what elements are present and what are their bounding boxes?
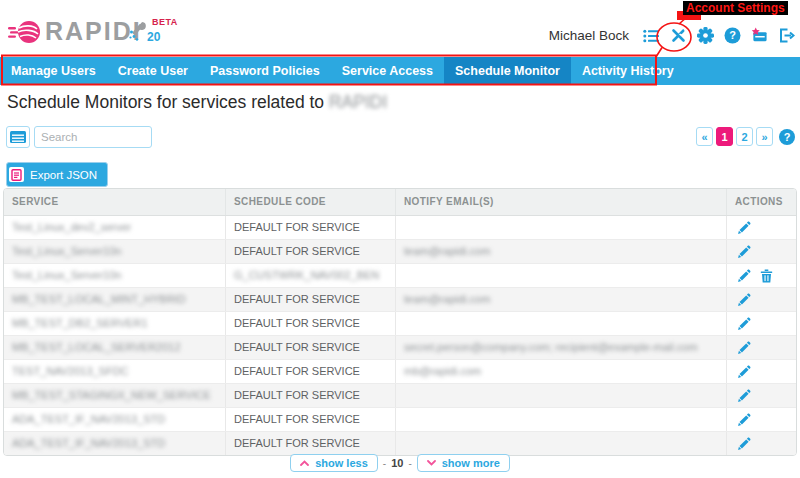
- service-name: MB_TEST_LOCAL_SERVER2012: [12, 341, 181, 353]
- schedule-code-cell: DEFAULT FOR SERVICE: [225, 360, 395, 383]
- service-cell: ADA_TEST_IF_NAV2013_STD: [4, 408, 225, 431]
- service-cell: ADA_TEST_IF_NAV2013_STD: [4, 432, 225, 455]
- notify-email-cell: team@rapidi.com: [395, 240, 726, 263]
- footer-separator: -: [408, 458, 411, 469]
- edit-button[interactable]: [737, 269, 751, 283]
- notify-email: team@rapidi.com: [404, 245, 490, 257]
- schedule-code-cell: DEFAULT FOR SERVICE: [225, 312, 395, 335]
- logout-icon[interactable]: [778, 27, 795, 44]
- service-cell: Test_Linux_Server10n: [4, 264, 225, 287]
- nav-tab-service-access[interactable]: Service Access: [331, 57, 444, 85]
- actions-cell: [726, 264, 796, 287]
- chevron-down-icon: [427, 460, 436, 466]
- show-less-label: show less: [315, 457, 368, 469]
- notify-email: mb@rapidi.com: [404, 365, 481, 377]
- pagination-help-icon[interactable]: ?: [779, 129, 795, 145]
- table-row: Test_Linux_Server10nG_CUSTWRK_NAV002_BEN: [4, 263, 796, 287]
- service-cell: MB_TEST_LOCAL_MINT_HYBRID: [4, 288, 225, 311]
- service-name: ADA_TEST_IF_NAV2013_STD: [12, 413, 165, 425]
- edit-button[interactable]: [737, 389, 751, 403]
- trash-icon: [760, 269, 773, 283]
- account-settings-tools-icon[interactable]: [670, 27, 687, 44]
- page-title-redacted: RAPIDI: [329, 92, 387, 112]
- edit-pencil-icon: [737, 437, 751, 451]
- notify-email-cell: team@rapidi.com: [395, 288, 726, 311]
- edit-button[interactable]: [737, 365, 751, 379]
- pagination-next-button[interactable]: »: [756, 127, 773, 146]
- edit-button[interactable]: [737, 341, 751, 355]
- schedule-code: DEFAULT FOR SERVICE: [234, 221, 360, 233]
- table-view-button[interactable]: [6, 126, 30, 148]
- column-header-service: SERVICE: [4, 189, 225, 215]
- list-icon[interactable]: [643, 27, 660, 44]
- show-more-button[interactable]: show more: [417, 454, 510, 472]
- schedule-code: DEFAULT FOR SERVICE: [234, 437, 360, 449]
- schedule-code-cell: DEFAULT FOR SERVICE: [225, 336, 395, 359]
- edit-pencil-icon: [737, 245, 751, 259]
- search-input[interactable]: [34, 126, 152, 148]
- notify-email-cell: [395, 432, 726, 455]
- show-more-label: show more: [442, 457, 500, 469]
- schedule-code-cell: DEFAULT FOR SERVICE: [225, 384, 395, 407]
- rapidi-logo: RAPIDI: [8, 17, 142, 46]
- schedule-code-cell: DEFAULT FOR SERVICE: [225, 288, 395, 311]
- service-name: Test_Linux_dev2_server: [12, 221, 131, 233]
- delete-button[interactable]: [760, 269, 773, 283]
- column-header-schedule-code: SCHEDULE CODE: [225, 189, 395, 215]
- edit-button[interactable]: [737, 221, 751, 235]
- schedule-code-cell: DEFAULT FOR SERVICE: [225, 432, 395, 455]
- page-size-count: 10: [391, 457, 403, 469]
- schedule-code-cell: G_CUSTWRK_NAV002_BEN: [225, 264, 395, 287]
- edit-button[interactable]: [737, 293, 751, 307]
- schedule-code-cell: DEFAULT FOR SERVICE: [225, 408, 395, 431]
- service-cell: MB_TEST_LOCAL_SERVER2012: [4, 336, 225, 359]
- gear-icon[interactable]: [697, 27, 714, 44]
- nav-tab-password-policies[interactable]: Password Policies: [199, 57, 331, 85]
- actions-cell: [726, 336, 796, 359]
- app-header: RAPIDI BETA 20 Michael Bock: [0, 0, 800, 57]
- rapidi-logo-icon: [8, 18, 42, 46]
- table-row: TEST_NAV2013_SFDCDEFAULT FOR SERVICEmb@r…: [4, 359, 796, 383]
- nav-tab-schedule-monitor[interactable]: Schedule Monitor: [444, 57, 571, 85]
- chevron-up-icon: [300, 460, 309, 466]
- beta-badge: BETA: [152, 17, 178, 27]
- actions-cell: [726, 432, 796, 455]
- edit-pencil-icon: [737, 317, 751, 331]
- nav-tab-manage-users[interactable]: Manage Users: [0, 57, 107, 85]
- export-json-button[interactable]: Export JSON: [6, 162, 108, 187]
- edit-button[interactable]: [737, 437, 751, 451]
- schedule-code: DEFAULT FOR SERVICE: [234, 413, 360, 425]
- edit-button[interactable]: [737, 245, 751, 259]
- service-name: ADA_TEST_IF_NAV2013_STD: [12, 437, 165, 449]
- column-header-notify-email-s-: NOTIFY EMAIL(S): [395, 189, 726, 215]
- actions-cell: [726, 312, 796, 335]
- whats-new-icon[interactable]: [751, 27, 768, 44]
- schedule-code: DEFAULT FOR SERVICE: [234, 293, 360, 305]
- nav-tab-create-user[interactable]: Create User: [107, 57, 199, 85]
- actions-cell: [726, 360, 796, 383]
- service-name: Test_Linux_Server10n: [12, 269, 121, 281]
- actions-cell: [726, 288, 796, 311]
- service-name: MB_TEST_LOCAL_MINT_HYBRID: [12, 293, 186, 305]
- edit-pencil-icon: [737, 221, 751, 235]
- notify-email-cell: [395, 408, 726, 431]
- page-title: Schedule Monitors for services related t…: [7, 92, 387, 113]
- pagination-page-2[interactable]: 2: [736, 127, 753, 146]
- edit-button[interactable]: [737, 317, 751, 331]
- nav-tab-activity-history[interactable]: Activity History: [571, 57, 685, 85]
- notify-email-cell: [395, 264, 726, 287]
- pagination-page-1[interactable]: 1: [716, 127, 733, 146]
- table-body: Test_Linux_dev2_serverDEFAULT FOR SERVIC…: [4, 216, 796, 455]
- edit-button[interactable]: [737, 413, 751, 427]
- actions-cell: [726, 408, 796, 431]
- svg-text:?: ?: [729, 29, 736, 41]
- pagination-prev-button[interactable]: «: [696, 127, 713, 146]
- help-icon[interactable]: ?: [724, 27, 741, 44]
- schedule-code: DEFAULT FOR SERVICE: [234, 341, 360, 353]
- list-footer: show less - 10 - show more: [0, 454, 800, 472]
- service-cell: MB_TEST_STAGINGX_NEW_SERVICE: [4, 384, 225, 407]
- table-row: Test_Linux_Server10nDEFAULT FOR SERVICEt…: [4, 239, 796, 263]
- service-cell: Test_Linux_dev2_server: [4, 216, 225, 239]
- show-less-button[interactable]: show less: [290, 454, 378, 472]
- header-actions: Michael Bock: [549, 27, 795, 44]
